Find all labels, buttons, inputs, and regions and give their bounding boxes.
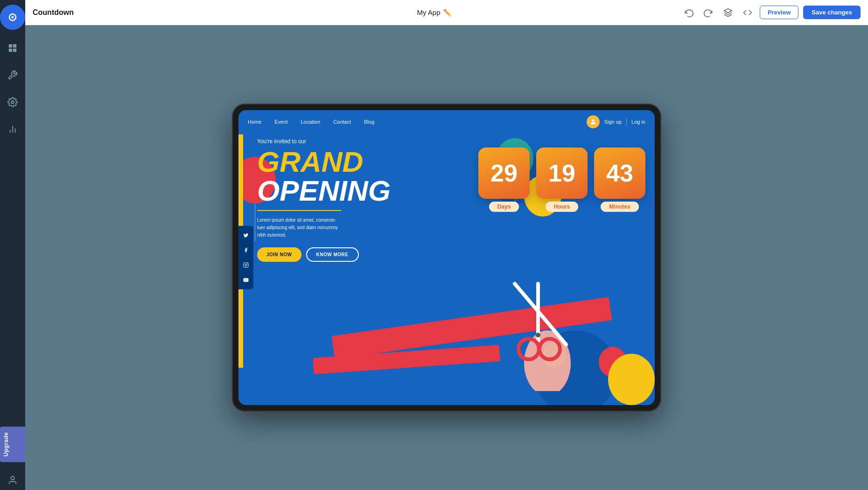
nav-location[interactable]: Location (301, 119, 320, 125)
nav-signup[interactable]: Sign up (604, 119, 622, 125)
hero-description: Lorem ipsum dolor sit amet, consecte-tue… (257, 217, 360, 239)
hero-divider (257, 210, 341, 211)
minutes-value: 43 (594, 147, 645, 199)
undo-button[interactable] (681, 6, 696, 19)
svg-point-22 (536, 333, 540, 337)
redo-button[interactable] (701, 6, 716, 19)
site-nav: Home Event Location Contact Blog Sign up… (238, 110, 655, 133)
hours-label: Hours (546, 202, 579, 212)
know-more-button[interactable]: KNOW MORE (306, 247, 359, 262)
nav-event[interactable]: Event (274, 119, 287, 125)
social-twitter[interactable] (241, 231, 251, 240)
svg-rect-13 (244, 263, 248, 267)
social-facebook[interactable] (241, 245, 251, 255)
restore-button[interactable] (721, 6, 735, 19)
sidebar-item-build[interactable] (0, 63, 25, 87)
save-button[interactable]: Save changes (803, 6, 861, 19)
countdown-minutes: 43 Minutes (594, 147, 645, 212)
nav-home[interactable]: Home (248, 119, 261, 125)
svg-point-2 (12, 16, 14, 19)
canvas-area: Home Event Location Contact Blog Sign up… (25, 25, 868, 490)
social-sidebar (238, 226, 253, 289)
nav-blog[interactable]: Blog (364, 119, 374, 125)
nav-contact[interactable]: Contact (333, 119, 351, 125)
minutes-label: Minutes (601, 202, 638, 212)
svg-point-15 (247, 264, 248, 264)
tablet-frame: Home Event Location Contact Blog Sign up… (232, 104, 661, 412)
sidebar-item-dashboard[interactable] (0, 36, 25, 60)
join-now-button[interactable]: JOIN NOW (257, 247, 301, 262)
app-logo[interactable] (0, 5, 25, 30)
user-icon (0, 475, 25, 485)
hero-opening-text: OPENING (257, 176, 416, 205)
days-label: Days (489, 202, 519, 212)
svg-rect-6 (13, 49, 16, 52)
edit-app-name-icon[interactable]: ✏️ (443, 9, 451, 16)
topbar: Countdown My App ✏️ (25, 0, 868, 25)
svg-point-14 (245, 264, 247, 266)
hero-grand-text: GRAND (257, 147, 416, 176)
social-youtube[interactable] (241, 275, 251, 285)
topbar-actions: Preview Save changes (681, 6, 861, 19)
svg-rect-4 (13, 44, 16, 48)
hero-content: You're invited to our GRAND OPENING Lore… (257, 138, 416, 262)
nav-login[interactable]: Log in (631, 119, 645, 125)
app-title: Countdown (33, 8, 74, 17)
sidebar: Upgrade (0, 0, 25, 490)
svg-point-7 (11, 101, 14, 104)
scissors-illustration (501, 270, 594, 382)
main-content: Countdown My App ✏️ (25, 0, 868, 490)
svg-point-12 (592, 119, 594, 122)
countdown-area: 29 Days 19 Hours 43 Minutes (478, 147, 645, 212)
nav-right: Sign up Log in (587, 115, 645, 128)
upgrade-button[interactable]: Upgrade (0, 427, 25, 462)
social-instagram[interactable] (241, 260, 251, 270)
sidebar-item-settings[interactable] (0, 91, 25, 114)
preview-button[interactable]: Preview (760, 6, 798, 19)
days-value: 29 (478, 147, 530, 199)
countdown-hours: 19 Hours (536, 147, 588, 212)
topbar-center: My App ✏️ (417, 8, 451, 16)
nav-avatar (587, 115, 600, 128)
svg-rect-3 (9, 44, 12, 48)
balloon-yellow-large (608, 354, 655, 405)
hero-buttons: JOIN NOW KNOW MORE (257, 247, 416, 262)
balloon-red-string (255, 203, 255, 241)
countdown-days: 29 Days (478, 147, 530, 212)
nav-links: Home Event Location Contact Blog (248, 119, 587, 125)
hero-invite-text: You're invited to our (257, 138, 416, 145)
hours-value: 19 (536, 147, 588, 199)
svg-rect-5 (9, 49, 12, 52)
sidebar-item-analytics[interactable] (0, 118, 25, 141)
code-button[interactable] (740, 6, 755, 19)
tablet-screen: Home Event Location Contact Blog Sign up… (238, 110, 655, 405)
svg-point-11 (11, 476, 14, 480)
nav-divider (626, 118, 627, 126)
app-name-label: My App (417, 8, 440, 16)
